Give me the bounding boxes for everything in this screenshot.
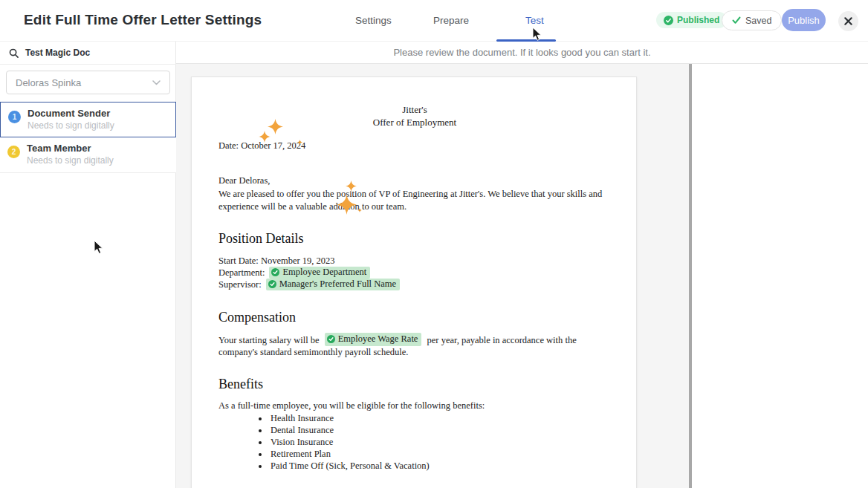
signer-name: Team Member bbox=[27, 143, 91, 154]
header-bar: Edit Full Time Offer Letter Settings Set… bbox=[0, 0, 868, 42]
signer-subtitle: Needs to sign digitally bbox=[27, 120, 114, 131]
tab-test[interactable]: Test bbox=[525, 15, 544, 26]
saved-label: Saved bbox=[745, 16, 771, 26]
close-icon bbox=[843, 16, 853, 26]
benefit-item: Health Insurance bbox=[269, 412, 430, 424]
tab-prepare[interactable]: Prepare bbox=[433, 15, 469, 26]
benefit-item: Dental Insurance bbox=[269, 424, 430, 436]
doc-heading-compensation: Compensation bbox=[218, 310, 296, 325]
department-token-label: Employee Department bbox=[282, 267, 366, 278]
doc-benefits-intro: As a full-time employee, you will be eli… bbox=[218, 400, 485, 411]
benefit-item: Retirement Plan bbox=[269, 448, 430, 460]
doc-department-line: Department: Employee Department bbox=[218, 267, 370, 279]
recipient-dropdown[interactable]: Deloras Spinka bbox=[6, 71, 170, 94]
document-name-label: Test Magic Doc bbox=[25, 48, 90, 58]
signer-number-badge: 2 bbox=[7, 146, 20, 158]
signer-name: Document Sender bbox=[27, 108, 110, 119]
compensation-text-before: Your starting salary will be bbox=[218, 335, 320, 345]
supervisor-field-token[interactable]: Manager's Preferred Full Name bbox=[266, 279, 400, 290]
signer-item-team-member[interactable]: 2 Team Member Needs to sign digitally bbox=[0, 137, 176, 173]
department-field-token[interactable]: Employee Department bbox=[269, 267, 370, 279]
publish-button[interactable]: Publish bbox=[782, 9, 826, 31]
chevron-down-icon bbox=[152, 80, 161, 85]
benefit-item: Paid Time Off (Sick, Personal & Vacation… bbox=[269, 460, 430, 472]
review-banner-text: Please review the document. If it looks … bbox=[393, 47, 650, 58]
published-check-icon bbox=[664, 16, 673, 25]
saved-check-icon bbox=[732, 16, 741, 25]
doc-supervisor-line: Supervisor: Manager's Preferred Full Nam… bbox=[218, 279, 400, 290]
published-status-badge: Published bbox=[656, 12, 727, 28]
close-button[interactable] bbox=[838, 11, 858, 31]
doc-heading-benefits: Benefits bbox=[218, 377, 263, 392]
doc-start-date: Start Date: November 19, 2023 bbox=[218, 256, 335, 267]
signer-item-document-sender[interactable]: 1 Document Sender Needs to sign digitall… bbox=[0, 102, 176, 137]
doc-compensation-paragraph: Your starting salary will be Employee Wa… bbox=[218, 333, 594, 359]
doc-company-name: Jitter's bbox=[192, 104, 638, 116]
document-preview-area: Jitter's Offer of Employment Date: Octob… bbox=[176, 64, 689, 488]
document-search-row[interactable]: Test Magic Doc bbox=[0, 42, 176, 65]
benefits-list: Health Insurance Dental Insurance Vision… bbox=[192, 412, 430, 472]
doc-heading-position-details: Position Details bbox=[218, 231, 304, 247]
doc-date-line: Date: October 17, 2024 bbox=[218, 140, 305, 152]
saved-button[interactable]: Saved bbox=[722, 10, 782, 30]
preview-scrollbar[interactable] bbox=[689, 64, 692, 488]
app-window: Edit Full Time Offer Letter Settings Set… bbox=[0, 0, 868, 488]
published-label: Published bbox=[677, 15, 719, 25]
doc-intro-paragraph: We are pleased to offer you the position… bbox=[218, 188, 615, 212]
field-check-icon bbox=[268, 280, 276, 288]
department-label: Department: bbox=[218, 267, 265, 279]
field-check-icon bbox=[271, 268, 279, 276]
recipient-dropdown-value: Deloras Spinka bbox=[16, 77, 81, 88]
benefit-item: Vision Insurance bbox=[269, 436, 430, 448]
doc-salutation: Dear Deloras, bbox=[218, 175, 270, 186]
supervisor-label: Supervisor: bbox=[218, 279, 262, 290]
document-page: Jitter's Offer of Employment Date: Octob… bbox=[191, 77, 637, 488]
doc-title: Offer of Employment bbox=[192, 117, 638, 128]
review-banner: Please review the document. If it looks … bbox=[176, 42, 868, 64]
sidebar: Test Magic Doc Deloras Spinka 1 Document… bbox=[0, 42, 176, 488]
page-title: Edit Full Time Offer Letter Settings bbox=[24, 12, 262, 28]
tab-settings[interactable]: Settings bbox=[355, 15, 392, 26]
supervisor-token-label: Manager's Preferred Full Name bbox=[279, 279, 396, 290]
search-icon bbox=[9, 48, 19, 58]
wage-rate-token-label: Employee Wage Rate bbox=[338, 333, 418, 345]
wage-rate-field-token[interactable]: Employee Wage Rate bbox=[325, 333, 422, 346]
signer-subtitle: Needs to sign digitally bbox=[27, 155, 114, 166]
field-check-icon bbox=[327, 335, 335, 343]
signer-number-badge: 1 bbox=[8, 111, 21, 123]
